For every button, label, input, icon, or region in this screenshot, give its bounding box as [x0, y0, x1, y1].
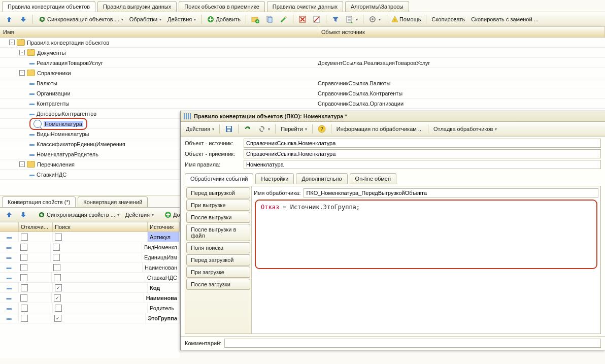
tab-settings[interactable]: Настройки [255, 173, 294, 184]
col-source[interactable]: Объект источник [318, 27, 605, 37]
down-arrow-icon[interactable] [17, 209, 29, 220]
disable-checkbox[interactable] [20, 244, 27, 251]
tab-algorithms[interactable]: Алгоритмы\Запросы [345, 1, 409, 12]
hook-button[interactable]: После выгрузки [186, 212, 250, 223]
disable-checkbox[interactable] [20, 254, 27, 261]
copy-replace-button[interactable]: Скопировать с заменой ... [469, 15, 541, 24]
handler-name-input[interactable] [304, 188, 598, 197]
add-button[interactable]: Добавить [205, 14, 243, 25]
strike-icon[interactable] [311, 14, 323, 25]
handler-info-button[interactable]: Информация по обработчикам ... [334, 124, 425, 134]
dialog-title-bar[interactable]: Правило конвертации объектов (ПКО): Номе… [181, 111, 605, 122]
col-disable[interactable]: Отключи... [19, 222, 53, 231]
search-checkbox[interactable] [54, 274, 61, 281]
edit-icon[interactable] [278, 14, 290, 25]
expand-icon[interactable]: - [19, 70, 25, 76]
target-object-input[interactable] [244, 149, 601, 158]
tab-object-conversion-rules[interactable]: Правила конвертации объектов [2, 1, 95, 12]
add-folder-icon[interactable] [249, 14, 261, 25]
copy-button[interactable]: Скопировать [429, 15, 467, 24]
link-icon[interactable] [256, 123, 272, 135]
disable-checkbox[interactable] [21, 315, 28, 322]
grid-row[interactable]: ▬ВидНоменкл [0, 242, 180, 252]
disable-checkbox[interactable] [21, 305, 28, 312]
tab-property-conversion[interactable]: Конвертация свойств (*) [2, 196, 76, 207]
search-checkbox[interactable] [55, 234, 62, 241]
dialog-actions-button[interactable]: Действия [184, 124, 216, 134]
grid-row[interactable]: ▬✓Код [0, 283, 180, 293]
search-checkbox[interactable] [53, 254, 60, 261]
source-object-input[interactable] [244, 139, 601, 148]
goto-button[interactable]: Перейти [279, 124, 309, 134]
copy-icon[interactable] [263, 14, 276, 25]
hook-button[interactable]: Перед загрузкой [186, 254, 250, 266]
help-button[interactable]: !Помощь [389, 14, 423, 24]
tab-online-exchange[interactable]: On-line обмен [350, 173, 396, 184]
tree-row[interactable]: ▬ОрганизацииСправочникСсылка.Контрагенты [0, 88, 605, 98]
lower-actions-button[interactable]: Действия [123, 210, 156, 219]
disable-checkbox[interactable] [20, 294, 27, 302]
hook-button[interactable]: Перед выгрузкой [186, 187, 250, 198]
hook-button[interactable]: При выгрузке [186, 200, 250, 211]
tab-event-handlers[interactable]: Обработчики событий [185, 173, 253, 184]
down-arrow-icon[interactable] [17, 14, 29, 25]
tab-export-rules[interactable]: Правила выгрузки данных [97, 1, 177, 12]
actions-button[interactable]: Действия [165, 15, 198, 24]
debug-handlers-button[interactable]: Отладка обработчиков [431, 124, 499, 134]
search-checkbox[interactable] [53, 264, 60, 271]
tab-additional[interactable]: Дополнительно [296, 173, 347, 184]
tree-row[interactable]: -Правила конвертации объектов [0, 38, 605, 48]
processors-button[interactable]: Обработки [127, 15, 163, 24]
up-arrow-icon[interactable] [3, 14, 15, 25]
grid-row[interactable]: ▬Артикул [0, 232, 180, 242]
expand-icon[interactable]: - [9, 40, 15, 45]
grid-row[interactable]: ▬ЕдиницаИзм [0, 252, 180, 262]
comment-input[interactable] [224, 339, 601, 348]
grid-row[interactable]: ▬✓ЭтоГруппа [0, 313, 180, 323]
code-editor[interactable]: Отказ = Источник.ЭтоГруппа; [255, 200, 597, 269]
search-checkbox[interactable]: ✓ [54, 294, 61, 302]
search-checkbox[interactable]: ✓ [55, 284, 62, 291]
tab-value-conversion[interactable]: Конвертация значений [78, 196, 148, 207]
disable-checkbox[interactable] [21, 284, 28, 291]
grid-row[interactable]: ▬СтавкаНДС [0, 273, 180, 283]
tab-cleanup-rules[interactable]: Правила очистки данных [267, 1, 343, 12]
sync-objects-button[interactable]: Синхронизация объектов ... [36, 14, 125, 25]
tree-row[interactable]: -Документы [0, 48, 605, 58]
tab-object-search[interactable]: Поиск объектов в приемнике [179, 1, 265, 12]
delete-icon[interactable] [296, 14, 309, 25]
disable-checkbox[interactable] [20, 274, 27, 281]
grid-row[interactable]: ▬✓Наименова [0, 293, 180, 303]
disable-checkbox[interactable] [20, 264, 27, 271]
export-list-icon[interactable] [344, 14, 360, 25]
col-search[interactable]: Поиск [53, 222, 148, 231]
settings-icon[interactable] [366, 14, 383, 25]
selected-item[interactable]: Номенклатура [29, 118, 87, 130]
tree-row[interactable]: ▬РеализацияТоваровУслугДокументСсылка.Ре… [0, 58, 605, 68]
grid-row[interactable]: ▬Наименован [0, 262, 180, 273]
refresh-icon[interactable] [242, 123, 254, 135]
rule-name-input[interactable] [244, 160, 601, 169]
search-checkbox[interactable] [55, 305, 62, 312]
hook-button[interactable]: После загрузки [186, 279, 250, 290]
disable-checkbox[interactable] [21, 234, 28, 241]
sync-properties-button[interactable]: Синхронизация свойств ... [36, 209, 121, 220]
properties-grid[interactable]: Отключи... Поиск Источник ▬Артикул▬ВидНо… [0, 222, 180, 358]
up-arrow-icon[interactable] [3, 209, 15, 220]
hook-button[interactable]: После выгрузки в файл [186, 224, 250, 241]
save-icon[interactable] [223, 123, 235, 135]
search-checkbox[interactable]: ✓ [54, 315, 61, 322]
expand-icon[interactable]: - [19, 50, 25, 55]
filter-icon[interactable] [329, 14, 342, 25]
grid-row[interactable]: ▬Родитель [0, 303, 180, 313]
tree-row[interactable]: ▬КонтрагентыСправочникСсылка.Организации [0, 98, 605, 109]
col-name[interactable]: Имя [0, 27, 318, 37]
tree-row[interactable]: ▬ВалютыСправочникСсылка.Валюты [0, 78, 605, 88]
hook-button[interactable]: При загрузке [186, 267, 250, 278]
search-checkbox[interactable] [53, 244, 60, 251]
expand-icon[interactable]: - [19, 161, 25, 167]
tree-row[interactable]: -Справочники [0, 68, 605, 78]
help-icon[interactable]: ? [316, 123, 328, 135]
col-source[interactable]: Источник [148, 222, 180, 231]
lower-add-button[interactable]: Добавить [162, 209, 180, 220]
